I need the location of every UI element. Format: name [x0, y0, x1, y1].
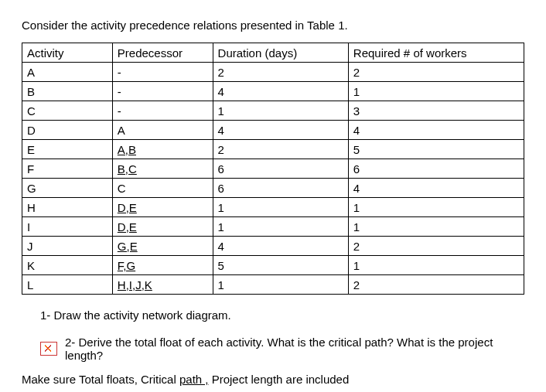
cell-required: 2 — [348, 63, 524, 82]
cell-activity: L — [22, 275, 113, 295]
table-row: C-13 — [22, 101, 524, 121]
cell-duration: 6 — [213, 159, 348, 179]
cell-duration: 4 — [213, 237, 348, 256]
cell-predecessor: - — [112, 82, 213, 101]
cell-predecessor: B,C — [112, 159, 213, 179]
cell-predecessor: H,I,J,K — [112, 275, 213, 295]
cell-activity: E — [22, 140, 113, 159]
header-required: Required # of workers — [348, 43, 524, 63]
cell-required: 5 — [348, 140, 524, 159]
question-2-row: 2- Derive the total float of each activi… — [40, 336, 524, 362]
table-row: GC64 — [22, 179, 524, 198]
cell-duration: 1 — [213, 275, 348, 295]
makesure-post: Project length are included — [209, 373, 350, 386]
cell-required: 4 — [348, 121, 524, 140]
table-row: HD,E11 — [22, 198, 524, 217]
cell-activity: C — [22, 101, 113, 121]
cell-duration: 1 — [213, 101, 348, 121]
table-row: FB,C66 — [22, 159, 524, 179]
cell-activity: A — [22, 63, 113, 82]
cell-predecessor: D,E — [112, 198, 213, 217]
cell-predecessor: - — [112, 101, 213, 121]
cell-activity: K — [22, 256, 113, 275]
header-activity: Activity — [22, 43, 113, 63]
table-row: JG,E42 — [22, 237, 524, 256]
cell-duration: 1 — [213, 217, 348, 237]
cell-duration: 4 — [213, 82, 348, 101]
table-row: EA,B25 — [22, 140, 524, 159]
cell-predecessor: A — [112, 121, 213, 140]
makesure-underlined: path , — [179, 373, 209, 386]
cell-predecessor: A,B — [112, 140, 213, 159]
cell-duration: 2 — [213, 63, 348, 82]
cell-required: 4 — [348, 179, 524, 198]
cell-predecessor: D,E — [112, 217, 213, 237]
cell-activity: H — [22, 198, 113, 217]
question-2: 2- Derive the total float of each activi… — [65, 336, 524, 362]
cell-activity: F — [22, 159, 113, 179]
cell-required: 1 — [348, 82, 524, 101]
cell-activity: I — [22, 217, 113, 237]
flag-icon — [40, 342, 57, 356]
cell-predecessor: - — [112, 63, 213, 82]
makesure-pre: Make sure Total floats, Critical — [22, 373, 179, 386]
header-duration: Duration (days) — [213, 43, 348, 63]
cell-required: 1 — [348, 256, 524, 275]
table-row: LH,I,J,K12 — [22, 275, 524, 295]
precedence-table: Activity Predecessor Duration (days) Req… — [22, 43, 524, 295]
cell-duration: 2 — [213, 140, 348, 159]
cell-required: 1 — [348, 198, 524, 217]
cell-predecessor: G,E — [112, 237, 213, 256]
table-row: A-22 — [22, 63, 524, 82]
table-row: KF,G51 — [22, 256, 524, 275]
table-row: B-41 — [22, 82, 524, 101]
cell-required: 1 — [348, 217, 524, 237]
header-predecessor: Predecessor — [112, 43, 213, 63]
table-row: ID,E11 — [22, 217, 524, 237]
make-sure-text: Make sure Total floats, Critical path , … — [22, 373, 524, 386]
question-1: 1- Draw the activity network diagram. — [40, 308, 524, 322]
cell-predecessor: F,G — [112, 256, 213, 275]
cell-required: 3 — [348, 101, 524, 121]
cell-activity: D — [22, 121, 113, 140]
cell-activity: B — [22, 82, 113, 101]
cell-required: 2 — [348, 275, 524, 295]
cell-duration: 6 — [213, 179, 348, 198]
cell-predecessor: C — [112, 179, 213, 198]
table-row: DA44 — [22, 121, 524, 140]
cell-required: 2 — [348, 237, 524, 256]
cell-activity: G — [22, 179, 113, 198]
intro-text: Consider the activity precedence relatio… — [22, 19, 524, 32]
cell-duration: 1 — [213, 198, 348, 217]
table-header-row: Activity Predecessor Duration (days) Req… — [22, 43, 524, 63]
cell-duration: 4 — [213, 121, 348, 140]
cell-activity: J — [22, 237, 113, 256]
cell-required: 6 — [348, 159, 524, 179]
cell-duration: 5 — [213, 256, 348, 275]
